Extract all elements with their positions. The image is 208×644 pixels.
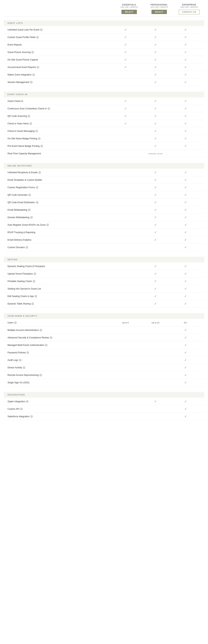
feature-col-enterprise: ✓ xyxy=(170,328,200,332)
feature-value: 15+ xyxy=(184,322,187,324)
check-mark: ✓ xyxy=(154,287,157,290)
feature-label-text: Upload Venue Floorplans xyxy=(8,272,33,275)
feature-row: Continuous Scan Contactless Check-In?✓✓✓ xyxy=(4,105,204,112)
feature-label-text: Check-in Team Alerts xyxy=(8,122,29,125)
check-mark: ✓ xyxy=(184,201,187,204)
info-icon[interactable]: ? xyxy=(28,194,31,196)
info-icon[interactable]: ? xyxy=(30,81,33,84)
info-icon[interactable]: ? xyxy=(23,366,25,369)
info-icon[interactable]: ? xyxy=(26,400,29,403)
info-icon[interactable]: ? xyxy=(35,130,38,132)
info-icon[interactable]: ? xyxy=(40,329,42,332)
feature-row: Custom Registration Forms?✓✓ xyxy=(4,184,204,191)
info-icon[interactable]: ? xyxy=(30,122,32,125)
info-icon[interactable]: ? xyxy=(28,115,30,118)
feature-col-professional: ✓ xyxy=(140,294,170,298)
check-mark: ✓ xyxy=(154,73,157,76)
feature-col-professional: ✓ xyxy=(140,302,170,306)
info-icon[interactable]: ? xyxy=(31,302,34,305)
check-mark: ✓ xyxy=(154,43,157,46)
feature-label-text: QR Code Scanning xyxy=(8,115,27,118)
info-icon[interactable]: ? xyxy=(37,66,39,68)
feature-row: Dynamic Seating Charts & Floorplans✓✓ xyxy=(4,262,204,270)
check-mark: ✓ xyxy=(154,264,157,268)
info-icon[interactable]: ? xyxy=(50,336,52,339)
check-mark: ✓ xyxy=(184,294,187,298)
feature-col-enterprise: ✓ xyxy=(170,287,200,290)
info-icon[interactable]: ? xyxy=(20,408,23,410)
feature-value: Up to 10 xyxy=(152,322,159,324)
feature-label-text: Zapier Integration xyxy=(8,400,25,403)
feature-label-online-invitations-4: QR Code Email Distribution? xyxy=(8,201,110,204)
info-icon[interactable]: ? xyxy=(48,107,50,110)
check-mark: ✓ xyxy=(184,400,187,403)
info-icon[interactable]: ? xyxy=(33,280,35,282)
check-mark: ✓ xyxy=(184,50,187,54)
info-icon[interactable]: ? xyxy=(14,321,17,324)
check-mark: ✓ xyxy=(154,137,157,140)
feature-col-professional: ✓ xyxy=(140,223,170,226)
info-icon[interactable]: ? xyxy=(45,344,48,346)
info-icon[interactable]: ? xyxy=(38,171,41,174)
info-icon[interactable]: ? xyxy=(30,415,33,418)
check-mark: ✓ xyxy=(184,73,187,76)
info-icon[interactable]: ? xyxy=(40,145,43,148)
feature-label-text: Password Policies xyxy=(8,351,26,354)
feature-col-professional: ✓ xyxy=(140,272,170,276)
info-icon[interactable]: ? xyxy=(19,359,22,362)
feature-row: QR Code Generator?✓✓ xyxy=(4,191,204,199)
feature-row: Seating Info Synced to Guest List✓✓ xyxy=(4,285,204,292)
feature-col-enterprise: ✓ xyxy=(170,99,200,103)
section-header-event-check-in: EVENT CHECK-IN xyxy=(4,92,204,98)
check-mark: ✓ xyxy=(124,58,127,61)
info-icon[interactable]: ? xyxy=(27,351,29,354)
plan-header-professional: PROFESSIONAL329 USD / MONTHSELECT xyxy=(144,4,174,14)
check-mark: ✓ xyxy=(184,144,187,148)
plan-button-professional[interactable]: SELECT xyxy=(152,10,167,14)
plan-button-enterprise[interactable]: CONTACT US xyxy=(179,10,200,14)
plan-button-essentials[interactable]: SELECT xyxy=(122,10,137,14)
check-mark: ✓ xyxy=(154,36,157,39)
check-mark: ✓ xyxy=(184,246,187,249)
info-icon[interactable]: ? xyxy=(28,208,31,211)
feature-col-enterprise: ✓ xyxy=(170,65,200,69)
info-icon[interactable]: ? xyxy=(32,74,35,76)
info-icon[interactable]: ? xyxy=(38,137,41,140)
feature-col-enterprise: ✓ xyxy=(170,264,200,268)
feature-label-text: Managed Multi-Factor Authentication xyxy=(8,344,44,346)
info-icon[interactable]: ? xyxy=(26,246,28,249)
check-mark: ✓ xyxy=(154,208,157,212)
feature-col-enterprise: ✓ xyxy=(170,223,200,226)
info-icon[interactable]: ? xyxy=(36,201,39,204)
feature-col-professional: ✓ xyxy=(140,65,170,69)
feature-col-enterprise: ✓ xyxy=(170,407,200,411)
info-icon[interactable]: ? xyxy=(36,36,39,38)
feature-label-text: On-Site Name Badge Printing xyxy=(8,137,37,140)
section-header-integrations: INTEGRATIONS xyxy=(4,392,204,398)
feature-row: Audit Logs?✓ xyxy=(4,356,204,364)
feature-col-enterprise: ✓ xyxy=(170,351,200,354)
feature-col-professional: ✓ xyxy=(140,28,170,32)
info-icon[interactable]: ? xyxy=(46,224,49,226)
feature-row: Guest Picture Sourcing?✓✓✓ xyxy=(4,48,204,56)
info-icon[interactable]: ? xyxy=(31,51,34,54)
info-icon[interactable]: ? xyxy=(40,28,43,31)
feature-label-text: QR Code Email Distribution xyxy=(8,201,35,204)
feature-label-text: Edit Seating Charts in App xyxy=(8,295,34,298)
info-icon[interactable]: ? xyxy=(35,295,37,298)
feature-row: Native Zoom Integration?✓✓ xyxy=(4,71,204,78)
feature-col-professional: ✓ xyxy=(140,200,170,204)
feature-row: Multiple Account Administrators?✓ xyxy=(4,326,204,334)
plan-price-essentials: 199 USD / MONTH xyxy=(116,6,142,8)
coming-soon-badge: COMING SOON xyxy=(148,153,163,155)
plan-price-professional: 329 USD / MONTH xyxy=(146,6,172,8)
feature-col-professional: ✓ xyxy=(140,122,170,125)
info-icon[interactable]: ? xyxy=(30,216,33,219)
feature-label-guest-lists-0: Unlimited Guest Lists Per Event? xyxy=(8,28,110,31)
feature-row: Auto-Register Guest RSVPs via Zoom?✓✓ xyxy=(4,221,204,229)
info-icon[interactable]: ? xyxy=(34,272,36,275)
info-icon[interactable]: ? xyxy=(39,374,42,376)
info-icon[interactable]: ? xyxy=(36,186,38,189)
feature-label-team-admin-security-7: Remote Access Deprovisioning? xyxy=(8,374,110,376)
feature-row: On-Site Name Badge Printing?✓✓ xyxy=(4,135,204,142)
